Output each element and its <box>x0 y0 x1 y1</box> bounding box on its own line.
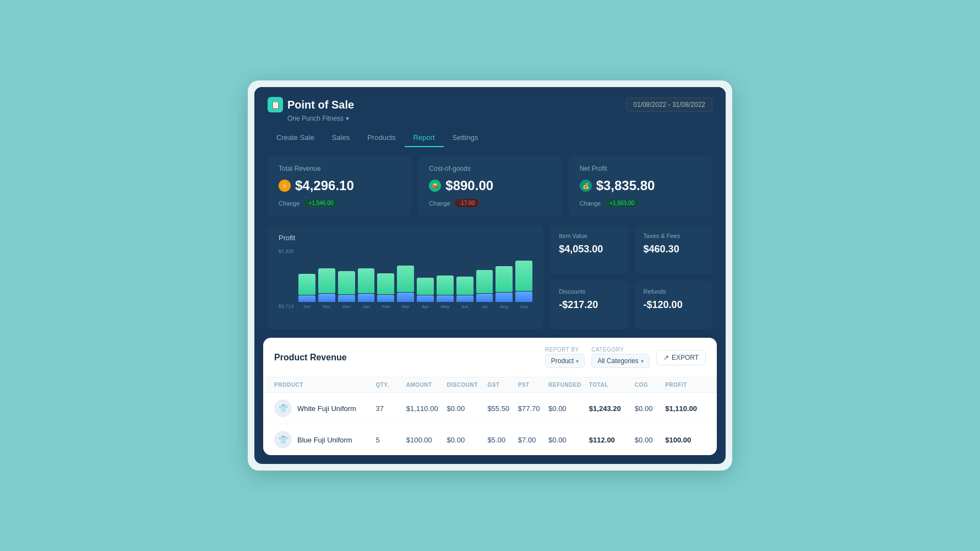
product-cell-1: 👕 Blue Fuji Uniform <box>274 431 375 449</box>
product-avatar-1: 👕 <box>274 431 292 449</box>
bar-top-feb <box>377 273 394 294</box>
bar-label-mar: Mar <box>402 304 410 309</box>
bar-top-jan <box>358 268 375 293</box>
net-profit-value: $3,835.80 <box>596 178 655 193</box>
qty-1: 5 <box>375 436 406 444</box>
app-title: Point of Sale <box>287 99 354 111</box>
category-label: CATEGORY <box>591 347 650 353</box>
tab-sales[interactable]: Sales <box>323 129 359 147</box>
tab-report[interactable]: Report <box>405 129 444 147</box>
bar-top-sep <box>515 261 532 291</box>
cog-1: $0.00 <box>635 436 665 444</box>
table-controls: REPORT BY Product ▾ CATEGORY All Categor… <box>545 347 706 368</box>
product-name-0: White Fuji Uniform <box>297 404 356 413</box>
chevron-down-icon: ▾ <box>346 115 349 122</box>
item-value-card: Item Value $4,053.00 <box>550 225 628 274</box>
category-chevron-icon: ▾ <box>641 358 644 364</box>
total-revenue-value-row: ≡ $4,296.10 <box>279 178 400 193</box>
table-row: 👕 White Fuji Uniform 37 $1,110.00 $0.00 … <box>263 393 717 424</box>
bar-bottom-jan <box>358 294 375 302</box>
date-range[interactable]: 01/08/2022 - 31/08/2022 <box>626 98 712 112</box>
item-value-value: $4,053.00 <box>559 244 619 255</box>
right-stats-top-row: Item Value $4,053.00 Taxes & Fees $460.3… <box>550 225 712 274</box>
qty-0: 37 <box>375 404 406 413</box>
net-profit-label: Net Profit <box>580 165 701 172</box>
refunded-0: $0.00 <box>548 404 589 413</box>
discount-0: $0.00 <box>447 404 488 413</box>
total-revenue-change-badge: +1,546.00 <box>304 199 338 207</box>
total-revenue-change-label: Change <box>279 200 300 207</box>
bar-label-may: May <box>441 304 449 309</box>
bar-bottom-sep <box>515 291 532 302</box>
refunds-label: Refunds <box>644 288 704 295</box>
bar-label-apr: Apr <box>422 304 428 309</box>
bar-label-sep: Sep <box>520 304 528 309</box>
report-by-chevron-icon: ▾ <box>576 358 579 364</box>
bar-bottom-aug <box>496 293 513 302</box>
nav-tabs: Create Sale Sales Products Report Settin… <box>268 129 712 147</box>
bar-label-oct: Oct <box>303 304 310 309</box>
col-refunded: REFUNDED <box>548 382 589 388</box>
gst-0: $55.50 <box>487 404 518 413</box>
bar-bottom-jun <box>456 295 473 302</box>
col-pst: PST <box>518 382 548 388</box>
total-revenue-label: Total Revenue <box>279 165 400 172</box>
net-profit-change-row: Change +1,563.00 <box>580 199 701 207</box>
tab-create-sale[interactable]: Create Sale <box>268 129 323 147</box>
bar-top-mar <box>397 266 414 292</box>
pos-logo-icon: 📋 <box>268 97 283 112</box>
bar-group-feb: Feb <box>377 273 394 309</box>
cog-change-row: Change -17.00 <box>429 199 551 207</box>
bar-bottom-feb <box>377 295 394 302</box>
tab-products[interactable]: Products <box>358 129 404 147</box>
bar-bottom-nov <box>318 294 335 302</box>
table-row: 👕 Blue Fuji Uniform 5 $100.00 $0.00 $5.0… <box>263 424 717 455</box>
chart-y-high: $7,425 <box>279 249 294 254</box>
revenue-icon: ≡ <box>279 180 291 192</box>
category-select[interactable]: All Categories ▾ <box>591 354 650 368</box>
table-col-headers: PRODUCT QTY. AMOUNT DISCOUNT GST PST REF… <box>263 377 717 393</box>
bar-label-aug: Aug <box>500 304 508 309</box>
pst-1: $7.00 <box>518 436 548 444</box>
export-button[interactable]: ↗ EXPORT <box>656 350 706 365</box>
col-gst: GST <box>487 382 518 388</box>
bar-top-may <box>437 276 454 295</box>
item-value-label: Item Value <box>559 233 619 239</box>
refunds-card: Refunds -$120.00 <box>635 280 712 329</box>
logo-area: 📋 Point of Sale <box>268 97 354 112</box>
bar-label-nov: Nov <box>323 304 330 309</box>
cog-0: $0.00 <box>635 404 665 413</box>
product-revenue-table-section: Product Revenue REPORT BY Product ▾ CATE… <box>263 338 717 455</box>
tab-settings[interactable]: Settings <box>444 129 487 147</box>
cog-icon: 📦 <box>429 180 441 192</box>
app-window: 📋 Point of Sale 01/08/2022 - 31/08/2022 … <box>254 87 726 464</box>
cog-change-badge: -17.00 <box>455 199 479 207</box>
taxes-fees-card: Taxes & Fees $460.30 <box>635 225 712 274</box>
outer-frame: 📋 Point of Sale 01/08/2022 - 31/08/2022 … <box>248 80 732 471</box>
stats-row: Total Revenue ≡ $4,296.10 Change +1,546.… <box>254 147 726 225</box>
bar-label-feb: Feb <box>382 304 390 309</box>
discounts-card: Discounts -$217.20 <box>550 280 628 329</box>
refunded-1: $0.00 <box>548 436 589 444</box>
amount-0: $1,110.00 <box>406 404 447 413</box>
right-stats: Item Value $4,053.00 Taxes & Fees $460.3… <box>550 225 712 329</box>
col-cog: COG <box>635 382 665 388</box>
header-top: 📋 Point of Sale 01/08/2022 - 31/08/2022 <box>268 97 712 112</box>
col-qty: QTY. <box>375 382 406 388</box>
bar-top-oct <box>298 274 315 295</box>
profit-icon: 💰 <box>580 180 592 192</box>
bar-group-mar: Mar <box>397 266 414 309</box>
category-group: CATEGORY All Categories ▾ <box>591 347 650 368</box>
bar-group-sep: Sep <box>515 261 532 309</box>
bar-bottom-apr <box>417 295 434 302</box>
bars-container: OctNovDecJanFebMarAprMayJunJulAugSep <box>298 249 532 309</box>
cog-value-row: 📦 $890.00 <box>429 178 551 193</box>
taxes-fees-label: Taxes & Fees <box>644 233 704 239</box>
total-revenue-card: Total Revenue ≡ $4,296.10 Change +1,546.… <box>268 156 411 216</box>
report-by-select[interactable]: Product ▾ <box>545 354 585 368</box>
pst-0: $77.70 <box>518 404 548 413</box>
report-by-group: REPORT BY Product ▾ <box>545 347 585 368</box>
col-discount: DISCOUNT <box>447 382 488 388</box>
bar-top-apr <box>417 278 434 295</box>
bar-bottom-jul <box>476 294 493 302</box>
